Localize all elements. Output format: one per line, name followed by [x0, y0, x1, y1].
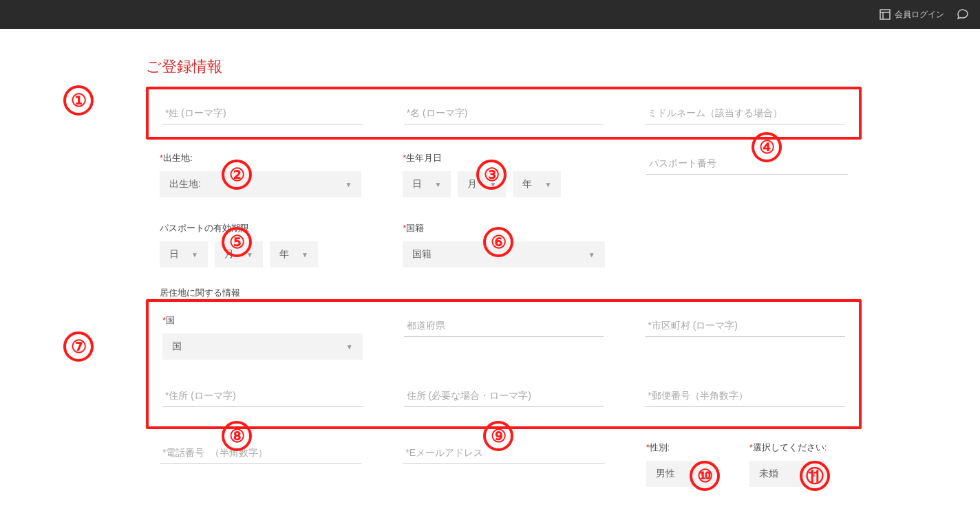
- chevron-down-icon: ▼: [544, 181, 551, 188]
- section-title: ご登録情報: [146, 56, 869, 77]
- annotation-7: ⑦: [63, 331, 94, 362]
- exp-day-select[interactable]: 日▼: [160, 241, 208, 268]
- chat-icon[interactable]: [957, 8, 969, 21]
- prefecture-input[interactable]: [404, 314, 604, 337]
- birthplace-label: *出生地:: [160, 152, 361, 164]
- form-container: ご登録情報 *出生地: 出生地:▼ *生年月日 日▼ 月▼ 年▼: [50, 29, 930, 524]
- contact-row: *性別: 男性▼ *選択してください: 未婚▲: [146, 429, 862, 499]
- nationality-label: *国籍: [403, 222, 604, 234]
- phone-input[interactable]: [160, 441, 361, 464]
- exp-year-select[interactable]: 年▼: [270, 241, 318, 268]
- passport-nationality-row: パスポートの有効期限 日▼ 月▼ 年▼ *国籍 国籍▼: [146, 210, 862, 280]
- dob-month-select[interactable]: 月▼: [458, 171, 506, 197]
- surname-input[interactable]: [162, 102, 363, 124]
- country-label: *国: [162, 314, 363, 327]
- exp-month-select[interactable]: 月▼: [215, 241, 263, 268]
- given-name-input[interactable]: [404, 102, 604, 124]
- marital-select[interactable]: 未婚▲: [749, 461, 827, 487]
- chevron-down-icon: ▼: [345, 181, 352, 188]
- chevron-down-icon: ▼: [346, 343, 353, 351]
- chevron-down-icon: ▼: [699, 470, 705, 478]
- email-input[interactable]: [403, 441, 604, 464]
- gender-label: *性別:: [646, 441, 715, 454]
- chevron-down-icon: ▼: [434, 181, 441, 188]
- chevron-up-icon: ▲: [810, 470, 817, 478]
- dob-label: *生年月日: [403, 152, 604, 164]
- layout-icon: [880, 9, 891, 20]
- annotation-1: ①: [63, 85, 94, 116]
- nationality-select[interactable]: 国籍▼: [403, 241, 604, 268]
- middle-name-input[interactable]: [645, 102, 845, 124]
- passport-number-input[interactable]: [646, 152, 848, 175]
- chevron-down-icon: ▼: [246, 251, 253, 259]
- address2-input[interactable]: [404, 384, 604, 407]
- birth-row: *出生地: 出生地:▼ *生年月日 日▼ 月▼ 年▼: [146, 140, 862, 210]
- passport-expiry-label: パスポートの有効期限: [160, 222, 361, 234]
- dob-day-select[interactable]: 日▼: [403, 171, 451, 197]
- residence-heading: 居住地に関する情報: [160, 287, 869, 299]
- postal-input[interactable]: [645, 384, 845, 407]
- chevron-down-icon: ▼: [301, 251, 308, 259]
- chevron-down-icon: ▼: [191, 251, 198, 259]
- dob-year-select[interactable]: 年▼: [513, 171, 561, 197]
- residence-box: *国 国▼: [146, 299, 862, 429]
- birthplace-select[interactable]: 出生地:▼: [160, 171, 361, 197]
- chevron-down-icon: ▼: [489, 181, 496, 188]
- svg-rect-0: [880, 10, 890, 19]
- address-input[interactable]: [162, 384, 363, 407]
- top-bar: 会員ログイン: [0, 0, 980, 29]
- gender-select[interactable]: 男性▼: [646, 461, 715, 487]
- name-row: [146, 87, 862, 140]
- chevron-down-icon: ▼: [588, 251, 595, 259]
- country-select[interactable]: 国▼: [162, 334, 363, 360]
- login-label: 会員ログイン: [895, 9, 944, 21]
- marital-label: *選択してください:: [749, 441, 827, 454]
- city-input[interactable]: [645, 314, 845, 337]
- member-login-link[interactable]: 会員ログイン: [880, 9, 944, 21]
